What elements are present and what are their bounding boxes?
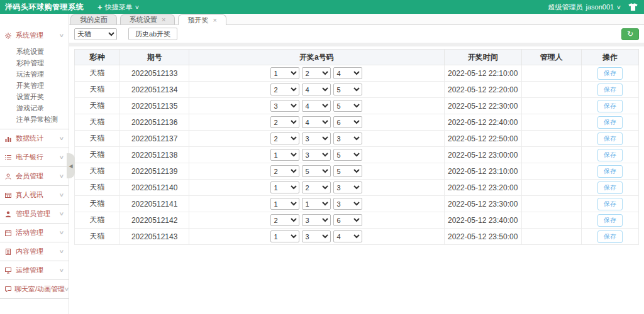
chevron-down-icon: ∨	[59, 173, 65, 179]
draw-number-select[interactable]: 2	[302, 181, 331, 193]
draw-number-select[interactable]: 6	[333, 116, 362, 128]
numbers-cell: 233	[189, 131, 444, 147]
draw-number-select[interactable]: 3	[302, 149, 331, 161]
sidebar-section[interactable]: 内容管理∨	[0, 242, 69, 261]
table-row: 天猫202205121411132022-05-12 23:30:00保存	[75, 196, 639, 212]
table-row: 天猫202205121381352022-05-12 23:00:00保存	[75, 147, 639, 163]
manager-cell	[521, 98, 581, 114]
save-button[interactable]: 保存	[597, 198, 623, 210]
draw-number-select[interactable]: 1	[270, 181, 299, 193]
save-button[interactable]: 保存	[597, 181, 623, 194]
draw-time-cell: 2022-05-12 22:30:00	[444, 98, 521, 114]
save-button[interactable]: 保存	[597, 84, 623, 96]
sidebar-block: 系统管理∨系统设置彩种管理玩法管理开奖管理设置开奖游戏记录注单异常检测	[0, 26, 69, 129]
draw-number-select[interactable]: 3	[302, 133, 331, 144]
user-menu[interactable]: 超级管理员 jason001 ∨	[548, 3, 621, 12]
action-cell: 保存	[581, 196, 638, 212]
sidebar-item[interactable]: 开奖管理	[16, 80, 69, 91]
draw-number-select[interactable]: 2	[270, 214, 299, 226]
lottery-select[interactable]: 天猫	[74, 28, 117, 40]
sidebar-section[interactable]: 聊天室/动画管理∨	[0, 280, 69, 298]
sidebar-section[interactable]: 会员管理∨	[0, 167, 69, 185]
main-area: 系统管理∨系统设置彩种管理玩法管理开奖管理设置开奖游戏记录注单异常检测数据统计∨…	[0, 14, 644, 314]
draw-number-select[interactable]: 3	[333, 181, 362, 193]
sidebar-section[interactable]: 活动管理∨	[0, 224, 69, 242]
sidebar-section[interactable]: 管理员管理∨	[0, 205, 69, 223]
issue-cell: 20220512137	[120, 131, 189, 147]
save-button[interactable]: 保存	[597, 149, 623, 161]
draw-number-select[interactable]: 1	[270, 149, 299, 161]
shirt-icon[interactable]	[628, 3, 638, 11]
sidebar-item[interactable]: 注单异常检测	[16, 114, 69, 125]
chevron-down-icon: ∨	[59, 211, 65, 217]
sidebar-item[interactable]: 设置开奖	[16, 91, 69, 102]
lottery-cell: 天猫	[75, 131, 120, 147]
chevron-down-icon: ∨	[59, 268, 65, 273]
sidebar-item[interactable]: 系统设置	[16, 46, 69, 57]
save-button[interactable]: 保存	[597, 165, 623, 178]
tab[interactable]: 我的桌面	[70, 14, 117, 24]
draw-number-select[interactable]: 5	[333, 149, 362, 161]
draw-number-select[interactable]: 3	[302, 230, 331, 242]
draw-number-select[interactable]: 1	[270, 67, 299, 79]
refresh-button[interactable]: ↻	[621, 28, 639, 40]
draw-number-select[interactable]: 6	[333, 214, 362, 226]
sidebar-block: 管理员管理∨	[0, 205, 69, 224]
draw-number-select[interactable]: 5	[333, 100, 362, 112]
sidebar-collapse-handle[interactable]: ◀	[67, 153, 75, 178]
sidebar-section[interactable]: 系统管理∨	[0, 26, 69, 45]
draw-number-select[interactable]: 1	[302, 198, 331, 210]
manager-cell	[521, 180, 581, 196]
draw-number-select[interactable]: 3	[302, 214, 331, 226]
save-button[interactable]: 保存	[597, 133, 623, 145]
save-button[interactable]: 保存	[597, 116, 623, 129]
sidebar-section[interactable]: 电子银行∨	[0, 148, 69, 166]
draw-number-select[interactable]: 5	[333, 84, 362, 95]
bank-icon	[5, 154, 13, 161]
tab[interactable]: 系统设置×	[120, 14, 175, 24]
draw-number-select[interactable]: 2	[270, 133, 299, 144]
draw-number-select[interactable]: 1	[270, 230, 299, 242]
draw-number-select[interactable]: 4	[302, 116, 331, 128]
sidebar-item[interactable]: 游戏记录	[16, 102, 69, 114]
sidebar-section-label: 内容管理	[16, 247, 43, 256]
save-button[interactable]: 保存	[597, 230, 623, 243]
draw-number-select[interactable]: 2	[270, 84, 299, 95]
quick-menu[interactable]: + 快捷菜单 ∨	[92, 0, 143, 14]
issue-cell: 20220512138	[120, 147, 189, 163]
draw-number-select[interactable]: 4	[302, 84, 331, 95]
draw-number-select[interactable]: 2	[302, 67, 331, 79]
save-button[interactable]: 保存	[597, 214, 623, 227]
draw-number-select[interactable]: 2	[270, 165, 299, 177]
sidebar-section-label: 管理员管理	[16, 209, 50, 219]
sidebar-section[interactable]: 真人视讯∨	[0, 186, 69, 204]
draw-number-select[interactable]: 4	[333, 67, 362, 79]
draw-number-select[interactable]: 3	[333, 198, 362, 210]
sidebar-item[interactable]: 玩法管理	[16, 68, 69, 80]
table-row: 天猫202205121422362022-05-12 23:40:00保存	[75, 212, 639, 229]
close-icon[interactable]: ×	[162, 16, 165, 23]
draw-number-select[interactable]: 4	[302, 100, 331, 112]
save-button[interactable]: 保存	[597, 67, 623, 80]
history-ab-button[interactable]: 历史ab开奖	[128, 28, 177, 40]
content-icon	[5, 248, 13, 255]
sidebar-section[interactable]: 数据统计∨	[0, 129, 69, 148]
table-row: 天猫202205121372332022-05-12 22:50:00保存	[75, 131, 639, 147]
draw-number-select[interactable]: 2	[270, 116, 299, 128]
tab[interactable]: 预开奖×	[178, 14, 226, 25]
draw-number-select[interactable]: 5	[333, 165, 362, 177]
draw-number-select[interactable]: 4	[333, 230, 362, 242]
sidebar-item[interactable]: 彩种管理	[16, 57, 69, 68]
chevron-down-icon: ∨	[59, 33, 65, 38]
issue-cell: 20220512133	[120, 65, 189, 82]
save-button[interactable]: 保存	[597, 100, 623, 112]
draw-number-select[interactable]: 5	[302, 165, 331, 177]
draw-number-select[interactable]: 3	[270, 100, 299, 112]
sidebar-section[interactable]: 运维管理∨	[0, 261, 69, 279]
draw-number-select[interactable]: 3	[333, 133, 362, 144]
manager-cell	[521, 229, 581, 245]
issue-cell: 20220512136	[120, 114, 189, 131]
close-icon[interactable]: ×	[213, 17, 216, 24]
calendar-icon	[5, 229, 13, 236]
draw-number-select[interactable]: 1	[270, 198, 299, 210]
